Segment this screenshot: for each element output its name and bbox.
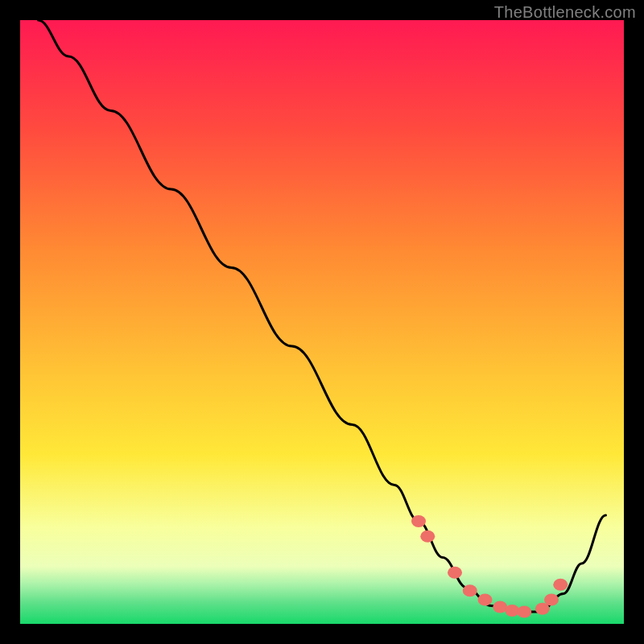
marker-dot (420, 530, 435, 543)
marker-dot (544, 594, 559, 606)
marker-dot (463, 584, 477, 597)
marker-dot (411, 515, 426, 527)
marker-dot (448, 567, 462, 579)
chart-stage: TheBottleneck.com (0, 0, 644, 644)
marker-dot (553, 579, 568, 591)
marker-dot (478, 594, 493, 606)
chart-svg (0, 0, 644, 644)
marker-dot (517, 606, 531, 618)
watermark-text: TheBottleneck.com (494, 3, 636, 22)
